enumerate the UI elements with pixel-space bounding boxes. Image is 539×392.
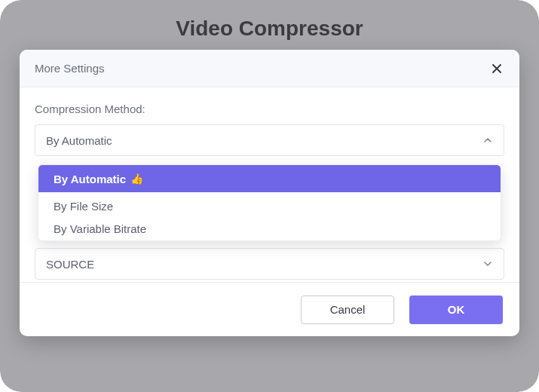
modal-body: Compression Method: By Automatic By Auto…	[20, 87, 519, 282]
cancel-button[interactable]: Cancel	[301, 296, 394, 324]
button-label: OK	[448, 303, 465, 316]
source-value: SOURCE	[46, 258, 94, 271]
chevron-up-icon	[482, 135, 493, 145]
close-button[interactable]	[488, 60, 506, 78]
thumbs-up-icon: 👍	[130, 173, 143, 185]
modal-header: More Settings	[20, 50, 519, 87]
modal-title: More Settings	[35, 62, 105, 75]
dropdown-option-automatic[interactable]: By Automatic 👍	[38, 165, 501, 192]
compression-method-value: By Automatic	[46, 134, 112, 147]
dropdown-option-label: By Automatic	[54, 173, 126, 185]
compression-method-label: Compression Method:	[35, 103, 504, 115]
dropdown-option-label: By File Size	[54, 200, 113, 213]
button-label: Cancel	[330, 303, 366, 316]
settings-modal: More Settings Compression Method: By Aut…	[20, 50, 519, 336]
dropdown-option-label: By Variable Bitrate	[54, 222, 146, 235]
source-select[interactable]: SOURCE	[35, 248, 504, 280]
dropdown-option-file-size[interactable]: By File Size	[38, 192, 501, 219]
compression-method-select[interactable]: By Automatic	[35, 124, 504, 156]
modal-footer: Cancel OK	[20, 282, 519, 336]
close-icon	[492, 63, 502, 74]
ok-button[interactable]: OK	[409, 296, 503, 324]
dropdown-option-variable-bitrate[interactable]: By Variable Bitrate	[38, 219, 501, 240]
compression-method-dropdown: By Automatic 👍 By File Size By Variable …	[38, 164, 501, 241]
chevron-down-icon	[482, 259, 493, 269]
